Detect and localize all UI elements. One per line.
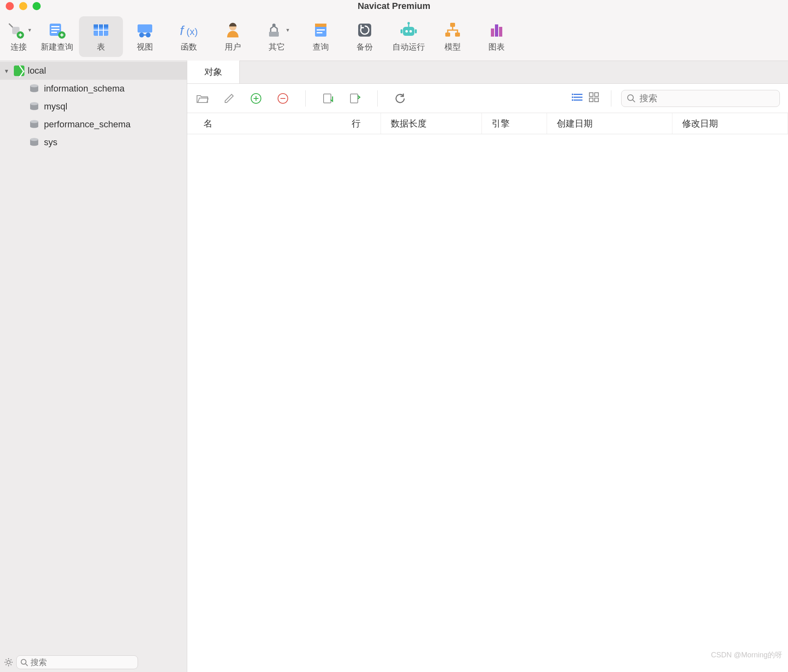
watermark: CSDN @Morning的呀 [711,650,782,660]
svg-rect-26 [403,27,414,36]
toolbar-label: 图表 [488,41,505,52]
view-mode-toggle [572,92,601,105]
import-icon[interactable] [321,92,335,105]
zoom-window-button[interactable] [33,2,41,10]
svg-rect-35 [455,33,460,37]
minimize-window-button[interactable] [19,2,27,10]
other-icon [263,20,285,40]
separator [305,90,306,107]
svg-line-54 [11,659,11,660]
toolbar-function-button[interactable]: f(x) 函数 [167,16,211,57]
connection-row[interactable]: ▾ local [0,62,187,80]
sidebar-search-input[interactable] [16,655,138,669]
database-row[interactable]: performance_schema [0,116,187,133]
toolbar-label: 其它 [269,41,285,52]
toolbar-label: 视图 [137,41,153,52]
svg-line-53 [11,664,11,665]
svg-rect-12 [138,24,152,33]
toolbar-model-button[interactable]: 模型 [431,16,475,57]
close-window-button[interactable] [6,2,14,10]
svg-line-52 [6,659,7,660]
svg-rect-37 [495,24,498,37]
open-icon[interactable] [195,92,209,105]
remove-icon[interactable] [276,92,290,105]
model-icon [442,20,463,40]
main-toolbar: ▼ 连接 新建查询 表 视图 f(x) 函数 [0,12,788,61]
svg-rect-63 [324,94,331,103]
toolbar-autorun-button[interactable]: 自动运行 [387,16,431,57]
database-name: sys [44,137,57,148]
table-body-empty [187,134,788,672]
database-row[interactable]: mysql [0,98,187,116]
view-icon [134,20,155,40]
database-row[interactable]: information_schema [0,80,187,98]
svg-point-68 [572,94,573,95]
svg-rect-71 [589,93,593,96]
chevron-down-icon: ▼ [285,27,290,33]
toolbar-label: 新建查询 [41,41,73,52]
toolbar-table-button[interactable]: 表 [79,16,123,57]
app-window: Navicat Premium ▼ 连接 新建查询 表 [0,0,788,672]
svg-rect-38 [499,27,502,37]
svg-text:(x): (x) [186,26,198,37]
toolbar-query-button[interactable]: 查询 [299,16,343,57]
col-name[interactable]: 名 [187,113,342,134]
svg-rect-72 [595,93,598,96]
svg-line-76 [633,100,635,102]
svg-rect-74 [595,98,598,102]
svg-point-56 [21,659,26,664]
database-icon [29,120,39,129]
tab-objects[interactable]: 对象 [187,61,240,83]
app-title: Navicat Premium [358,1,431,11]
col-rows[interactable]: 行 [342,113,381,134]
svg-point-40 [30,85,38,87]
toolbar-view-button[interactable]: 视图 [123,16,167,57]
database-name: mysql [44,101,67,112]
database-name: information_schema [44,83,125,94]
table-icon [90,20,112,40]
connection-icon [14,65,24,76]
table-header: 名 行 数据长度 引擎 创建日期 修改日期 [187,113,788,134]
grid-view-icon[interactable] [589,92,601,105]
refresh-icon[interactable] [393,92,407,105]
toolbar-label: 函数 [181,41,197,52]
toolbar-label: 备份 [357,41,373,52]
col-create-date[interactable]: 创建日期 [547,113,672,134]
svg-rect-3 [51,26,59,27]
col-data-length[interactable]: 数据长度 [381,113,482,134]
sidebar: ▾ local information_schema mysql perform… [0,61,187,672]
toolbar-backup-button[interactable]: 备份 [343,16,387,57]
toolbar-user-button[interactable]: 用户 [211,16,255,57]
titlebar: Navicat Premium [0,0,788,12]
svg-rect-5 [51,32,57,33]
chevron-down-icon: ▼ [27,27,32,33]
col-modify-date[interactable]: 修改日期 [672,113,788,134]
settings-icon[interactable] [4,658,14,667]
toolbar-other-button[interactable]: ▼ 其它 [255,16,299,57]
export-icon[interactable] [348,92,362,105]
svg-rect-31 [401,29,403,33]
object-search-input[interactable] [621,90,780,107]
plug-icon [5,20,26,40]
list-view-icon[interactable] [572,92,584,105]
svg-rect-33 [450,23,455,27]
toolbar-connection-button[interactable]: ▼ 连接 [2,16,35,57]
chevron-down-icon[interactable]: ▾ [2,67,11,75]
toolbar-label: 模型 [444,41,461,52]
tab-bar: 对象 [187,61,788,84]
robot-icon [398,20,419,40]
toolbar-chart-button[interactable]: 图表 [475,16,519,57]
toolbar-label: 用户 [225,41,241,52]
svg-point-75 [628,95,633,100]
add-icon[interactable] [249,92,263,105]
toolbar-new-query-button[interactable]: 新建查询 [35,16,79,57]
object-toolbar [187,84,788,113]
col-engine[interactable]: 引擎 [482,113,547,134]
svg-point-20 [272,24,276,27]
edit-icon[interactable] [222,92,236,105]
tab-label: 对象 [204,66,222,78]
window-controls [0,2,41,10]
database-row[interactable]: sys [0,133,187,151]
svg-point-14 [146,33,151,37]
svg-rect-22 [315,24,326,27]
